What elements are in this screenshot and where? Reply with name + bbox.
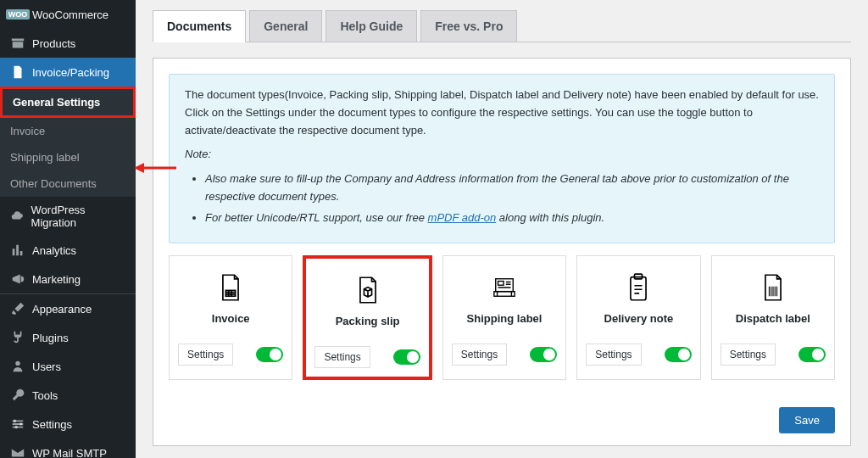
sidebar-sub-shipping-label[interactable]: Shipping label	[0, 144, 136, 170]
sidebar-sub-invoice[interactable]: Invoice	[0, 118, 136, 144]
sidebar-item-label: Appearance	[32, 303, 92, 316]
card-title: Packing slip	[314, 315, 420, 327]
sidebar-item-label: Products	[32, 37, 75, 50]
svg-point-3	[14, 426, 18, 429]
sidebar-item-label: WP Mail SMTP	[32, 447, 107, 459]
megaphone-icon	[10, 271, 25, 287]
notice-note-label: Note:	[185, 146, 819, 164]
sidebar-sub-label: Other Documents	[10, 177, 97, 190]
card-packing-slip: Packing slip Settings	[303, 255, 431, 380]
packing-slip-icon	[314, 274, 420, 306]
tab-general[interactable]: General	[249, 10, 322, 42]
sidebar-item-products[interactable]: Products	[0, 29, 136, 58]
archive-icon	[10, 36, 25, 51]
invoice-icon	[178, 271, 283, 304]
sidebar-item-tools[interactable]: Tools	[0, 381, 136, 410]
settings-button[interactable]: Settings	[178, 344, 233, 366]
svg-rect-8	[631, 276, 646, 299]
tab-bar: Documents General Help Guide Free vs. Pr…	[153, 10, 851, 42]
tab-free-vs-pro[interactable]: Free vs. Pro	[420, 10, 517, 42]
wrench-icon	[10, 388, 25, 403]
sidebar-item-label: Users	[32, 360, 61, 373]
sidebar-item-settings[interactable]: Settings	[0, 410, 136, 438]
toggle-switch[interactable]	[393, 349, 420, 365]
notice-list: Also make sure to fill-up the Company an…	[185, 170, 819, 226]
dispatch-label-icon	[721, 271, 826, 304]
delivery-note-icon	[586, 271, 691, 304]
card-title: Dispatch label	[721, 312, 826, 325]
sidebar-item-label: Plugins	[32, 332, 69, 344]
sidebar-item-invoice-packing[interactable]: Invoice/Packing	[0, 58, 136, 87]
sidebar-item-woocommerce[interactable]: WOO WooCommerce	[0, 0, 136, 29]
toggle-switch[interactable]	[798, 347, 826, 362]
save-row: Save	[153, 395, 850, 445]
toggle-switch[interactable]	[530, 347, 557, 362]
sidebar-item-analytics[interactable]: Analytics	[0, 236, 136, 265]
notice-intro: The document types(Invoice, Packing slip…	[185, 87, 819, 139]
admin-sidebar: WOO WooCommerce Products Invoice/Packing…	[0, 0, 136, 458]
card-invoice: Invoice Settings	[169, 255, 292, 380]
main-content: Documents General Help Guide Free vs. Pr…	[136, 0, 868, 458]
sidebar-item-label: Settings	[32, 418, 72, 431]
card-dispatch-label: Dispatch label Settings	[711, 255, 835, 380]
sidebar-item-label: Invoice/Packing	[32, 66, 109, 79]
sidebar-item-label: Marketing	[32, 273, 81, 286]
cloud-icon	[10, 209, 25, 224]
mail-icon	[10, 445, 25, 458]
sidebar-item-plugins[interactable]: Plugins	[0, 323, 136, 352]
card-title: Shipping label	[452, 312, 557, 325]
sidebar-item-label: Tools	[32, 389, 58, 402]
notice-bullet: For better Unicode/RTL support, use our …	[205, 209, 819, 227]
woo-icon: WOO	[10, 7, 25, 22]
brush-icon	[10, 301, 25, 316]
sliders-icon	[10, 416, 25, 432]
card-delivery-note: Delivery note Settings	[576, 255, 700, 380]
svg-point-2	[19, 422, 23, 426]
sidebar-sub-other-documents[interactable]: Other Documents	[0, 170, 136, 197]
sidebar-item-label: WordPress Migration	[31, 204, 125, 229]
documents-panel: The document types(Invoice, Packing slip…	[153, 58, 851, 446]
sidebar-item-wp-mail-smtp[interactable]: WP Mail SMTP	[0, 438, 136, 458]
sidebar-sub-label: General Settings	[13, 96, 100, 109]
card-title: Delivery note	[586, 312, 691, 325]
notice-bullet: Also make sure to fill-up the Company an…	[205, 170, 819, 206]
document-icon	[10, 64, 25, 80]
sidebar-sub-label: Invoice	[10, 125, 45, 137]
sidebar-item-appearance[interactable]: Appearance	[0, 294, 136, 323]
chart-icon	[10, 243, 25, 258]
user-icon	[10, 359, 25, 374]
plug-icon	[10, 330, 25, 345]
svg-rect-4	[226, 290, 236, 296]
sidebar-item-label: Analytics	[32, 244, 76, 257]
toggle-switch[interactable]	[665, 347, 692, 362]
svg-point-1	[14, 420, 17, 423]
shipping-label-icon	[452, 271, 557, 304]
save-button[interactable]: Save	[779, 407, 835, 433]
sidebar-item-wp-migration[interactable]: WordPress Migration	[0, 197, 136, 236]
sidebar-sub-general-settings[interactable]: General Settings	[0, 87, 136, 118]
settings-button[interactable]: Settings	[721, 344, 776, 366]
tab-help-guide[interactable]: Help Guide	[326, 10, 417, 42]
info-notice: The document types(Invoice, Packing slip…	[169, 74, 835, 243]
settings-button[interactable]: Settings	[452, 344, 507, 366]
sidebar-item-users[interactable]: Users	[0, 352, 136, 381]
mpdf-addon-link[interactable]: mPDF add-on	[428, 211, 497, 224]
toggle-switch[interactable]	[256, 347, 283, 362]
settings-button[interactable]: Settings	[314, 346, 370, 368]
sidebar-item-label: WooCommerce	[32, 8, 108, 21]
sidebar-sub-label: Shipping label	[10, 151, 80, 164]
card-title: Invoice	[178, 312, 283, 325]
settings-button[interactable]: Settings	[586, 344, 641, 366]
document-cards: Invoice Settings Packing slip Settings	[153, 255, 850, 395]
card-shipping-label: Shipping label Settings	[442, 255, 566, 380]
svg-point-0	[15, 361, 19, 366]
tab-documents[interactable]: Documents	[153, 10, 246, 42]
sidebar-item-marketing[interactable]: Marketing	[0, 265, 136, 293]
svg-rect-6	[498, 281, 504, 285]
